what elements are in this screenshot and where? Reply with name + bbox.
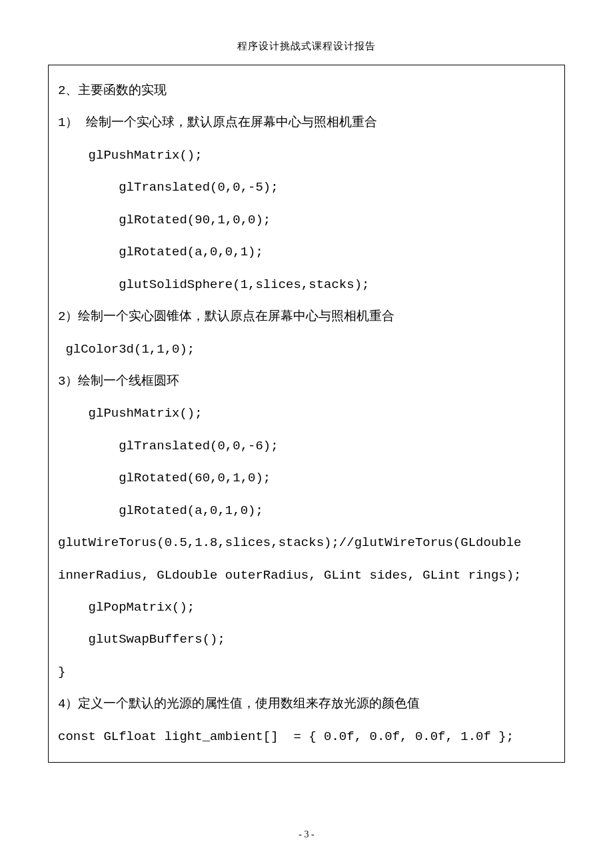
code-line: glutWireTorus(0.5,1.8,slices,stacks);//g… <box>58 527 555 559</box>
code-line: glPushMatrix(); <box>58 139 555 171</box>
code-line: glPopMatrix(); <box>58 591 555 623</box>
page-header: 程序设计挑战式课程设计报告 <box>48 40 565 53</box>
code-line: glColor3d(1,1,0); <box>58 333 555 365</box>
code-line: 2、主要函数的实现 <box>58 75 555 107</box>
code-line: glutSwapBuffers(); <box>58 623 555 655</box>
code-line: glRotated(a,0,0,1); <box>58 236 555 268</box>
code-line: const GLfloat light_ambient[] = { 0.0f, … <box>58 721 555 753</box>
code-line: glRotated(90,1,0,0); <box>58 204 555 236</box>
code-line: glPushMatrix(); <box>58 397 555 429</box>
code-line: 3）绘制一个线框圆环 <box>58 365 555 397</box>
code-line: 1） 绘制一个实心球，默认原点在屏幕中心与照相机重合 <box>58 107 555 139</box>
code-line: glTranslated(0,0,-5); <box>58 171 555 203</box>
code-line: 4）定义一个默认的光源的属性值，使用数组来存放光源的颜色值 <box>58 688 555 720</box>
code-line: glutSolidSphere(1,slices,stacks); <box>58 269 555 301</box>
page-footer: - 3 - <box>0 829 613 840</box>
code-line: glTranslated(0,0,-6); <box>58 430 555 462</box>
code-line: glRotated(60,0,1,0); <box>58 462 555 494</box>
code-line: innerRadius, GLdouble outerRadius, GLint… <box>58 559 555 591</box>
document-page: 程序设计挑战式课程设计报告 2、主要函数的实现 1） 绘制一个实心球，默认原点在… <box>0 0 613 868</box>
code-line: glRotated(a,0,1,0); <box>58 495 555 527</box>
content-box: 2、主要函数的实现 1） 绘制一个实心球，默认原点在屏幕中心与照相机重合 glP… <box>48 65 565 763</box>
code-line: } <box>58 656 555 688</box>
code-line: 2）绘制一个实心圆锥体，默认原点在屏幕中心与照相机重合 <box>58 301 555 333</box>
